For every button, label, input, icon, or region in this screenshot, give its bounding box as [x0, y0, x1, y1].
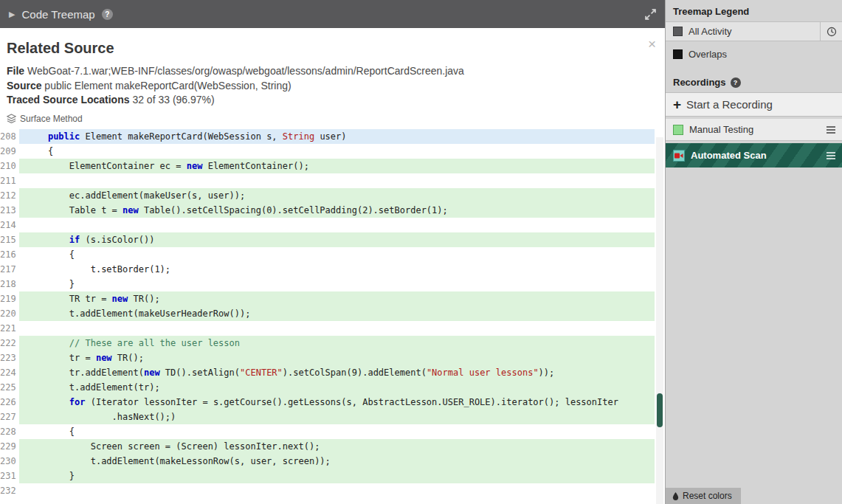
line-number: 209: [0, 144, 19, 159]
record-camera-icon: [674, 153, 683, 159]
treemap-legend-heading: Treemap Legend: [666, 0, 842, 21]
traced-info: Traced Source Locations 32 of 33 (96.97%…: [7, 93, 665, 108]
recording-label: Manual Testing: [689, 124, 753, 135]
line-number: 216: [0, 247, 19, 262]
legend-item-overlaps: Overlaps: [666, 44, 842, 64]
code-line: 215 if (s.isColor()): [0, 232, 665, 247]
line-number: 211: [0, 173, 19, 188]
code-text: ElementContainer ec = new ElementContain…: [19, 159, 655, 173]
line-number: 223: [0, 351, 19, 365]
line-number: 224: [0, 365, 19, 380]
code-text: if (s.isColor()): [19, 232, 655, 247]
code-text: Screen screen = (Screen) lessonIter.next…: [19, 439, 655, 454]
code-text: t.addElement(makeLessonRow(s, user, scre…: [19, 454, 655, 469]
start-recording-button[interactable]: + Start a Recording: [666, 92, 842, 117]
main-panel: ▶ Code Treemap ? × Related Source File W…: [0, 0, 665, 504]
code-line: 216 {: [0, 247, 665, 262]
reset-colors-label: Reset colors: [683, 491, 732, 501]
code-line: 232: [0, 483, 665, 498]
code-text: public Element makeReportCard(WebSession…: [19, 129, 655, 144]
line-number: 218: [0, 277, 19, 291]
code-text: }: [19, 469, 655, 483]
list-menu-icon[interactable]: [826, 125, 836, 134]
ink-drop-icon: [672, 492, 679, 500]
list-menu-icon[interactable]: [826, 151, 836, 160]
line-number: 215: [0, 232, 19, 247]
code-line: 211: [0, 173, 665, 188]
code-line: 221: [0, 321, 665, 336]
line-number: 225: [0, 380, 19, 395]
layers-icon: [7, 114, 16, 123]
code-line: 219 TR tr = new TR();: [0, 291, 665, 306]
code-line: 223 tr = new TR();: [0, 351, 665, 365]
code-text: ec.addElement(makeUser(s, user));: [19, 188, 655, 203]
code-line: 227 .hasNext();): [0, 410, 665, 424]
code-line: 214: [0, 218, 665, 232]
code-text: .hasNext();): [19, 410, 655, 424]
line-number: 214: [0, 218, 19, 232]
recording-label: Automated Scan: [691, 150, 767, 161]
line-number: 226: [0, 395, 19, 410]
legend-item-all-activity: All Activity: [666, 21, 842, 41]
close-icon[interactable]: ×: [648, 37, 656, 51]
line-number: 229: [0, 439, 19, 454]
file-info: File WebGoat-7.1.war;WEB-INF/classes/org…: [7, 64, 665, 79]
expand-icon[interactable]: [645, 9, 656, 20]
clock-icon[interactable]: [820, 22, 842, 41]
file-label: File: [7, 65, 24, 77]
code-line: 231 }: [0, 469, 665, 483]
help-icon[interactable]: ?: [731, 77, 741, 88]
code-text: t.addElement(tr);: [19, 380, 655, 395]
code-text: tr = new TR();: [19, 351, 655, 365]
line-number: 221: [0, 321, 19, 336]
recording-item-manual-testing[interactable]: Manual Testing: [666, 119, 842, 141]
code-viewer: 208 public Element makeReportCard(WebSes…: [0, 129, 665, 498]
code-text: [19, 321, 655, 336]
legend-label: Overlaps: [689, 49, 727, 60]
code-line: 230 t.addElement(makeLessonRow(s, user, …: [0, 454, 665, 469]
line-number: 208: [0, 129, 19, 144]
reset-colors-button[interactable]: Reset colors: [666, 488, 741, 504]
file-value: WebGoat-7.1.war;WEB-INF/classes/org/owas…: [27, 65, 464, 77]
source-value: public Element makeReportCard(WebSession…: [44, 80, 291, 92]
code-text: {: [19, 424, 655, 439]
legend-swatch: [673, 49, 683, 59]
code-line: 209 {: [0, 144, 665, 159]
source-info: Source public Element makeReportCard(Web…: [7, 79, 665, 94]
line-number: 230: [0, 454, 19, 469]
recordings-list: Manual TestingAutomated Scan: [666, 119, 842, 168]
code-line: 226 for (Iterator lessonIter = s.getCour…: [0, 395, 665, 410]
line-number: 210: [0, 159, 19, 173]
code-line: 213 Table t = new Table().setCellSpacing…: [0, 203, 665, 218]
code-treemap-header: ▶ Code Treemap ?: [0, 0, 665, 28]
code-text: Table t = new Table().setCellSpacing(0).…: [19, 203, 655, 218]
code-treemap-title: Code Treemap: [21, 8, 94, 21]
legend-list: All ActivityOverlaps: [666, 21, 842, 64]
scrollbar-track[interactable]: [656, 137, 663, 504]
surface-method-label: Surface Method: [20, 114, 83, 124]
surface-method-row: Surface Method: [0, 108, 665, 127]
code-text: [19, 483, 655, 498]
legend-swatch: [673, 27, 683, 36]
code-line: 225 t.addElement(tr);: [0, 380, 665, 395]
recordings-title: Recordings: [673, 77, 726, 88]
traced-label: Traced Source Locations: [7, 94, 130, 106]
recording-swatch: [673, 150, 685, 162]
line-number: 213: [0, 203, 19, 218]
code-line: 229 Screen screen = (Screen) lessonIter.…: [0, 439, 665, 454]
line-number: 222: [0, 336, 19, 351]
line-number: 219: [0, 291, 19, 306]
page-title: Related Source: [0, 28, 665, 64]
code-line: 224 tr.addElement(new TD().setAlign("CEN…: [0, 365, 665, 380]
scrollbar-thumb[interactable]: [657, 393, 663, 427]
help-icon[interactable]: ?: [102, 9, 113, 20]
code-text: // These are all the user lesson: [19, 336, 655, 351]
code-text: for (Iterator lessonIter = s.getCourse()…: [19, 395, 655, 410]
code-text: [19, 218, 655, 232]
code-text: {: [19, 144, 655, 159]
collapse-arrow-icon[interactable]: ▶: [9, 10, 15, 19]
line-number: 220: [0, 306, 19, 321]
source-metadata: File WebGoat-7.1.war;WEB-INF/classes/org…: [0, 64, 665, 108]
recording-item-automated-scan[interactable]: Automated Scan: [666, 143, 842, 168]
line-number: 232: [0, 483, 19, 498]
